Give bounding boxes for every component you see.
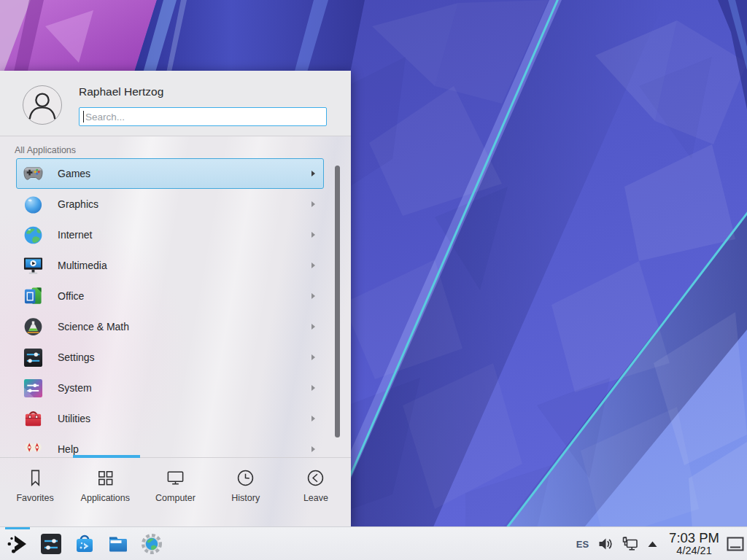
tab-favorites[interactable]: Favorites (0, 458, 70, 526)
tab-history[interactable]: History (211, 458, 281, 526)
system-settings-icon (39, 532, 63, 556)
system-tray: ES 7:03 PM 4/24/21 (576, 527, 719, 560)
submenu-arrow-icon (311, 354, 315, 360)
monitor-icon (166, 468, 185, 488)
menu-item-utilities[interactable]: Utilities (0, 403, 351, 434)
kde-launcher-icon (6, 532, 29, 556)
menu-item-settings[interactable]: Settings (0, 342, 351, 373)
submenu-arrow-icon (311, 416, 315, 421)
search-box[interactable] (79, 107, 327, 126)
menu-item-graphics[interactable]: Graphics (0, 189, 351, 219)
submenu-arrow-icon (311, 293, 315, 299)
tab-label: History (231, 493, 260, 503)
search-input[interactable] (84, 109, 320, 125)
desktop: Raphael Hertzog All Applications (0, 0, 747, 560)
menu-item-science-math[interactable]: Science & Math (0, 311, 351, 342)
tab-computer[interactable]: Computer (140, 458, 210, 526)
clock-time: 7:03 PM (669, 531, 719, 545)
help-lifebuoy-icon (23, 440, 43, 458)
folder-icon (107, 532, 130, 556)
network-icon[interactable] (622, 537, 638, 552)
launcher-tabbar: Favorites Applications Computer (0, 458, 351, 526)
submenu-arrow-icon (311, 446, 315, 452)
settings-sliders-icon (23, 348, 43, 368)
tab-label: Computer (155, 493, 196, 503)
graphics-icon (23, 195, 43, 214)
application-launcher-button[interactable] (6, 532, 29, 556)
discover-icon (73, 532, 96, 556)
system-sliders-icon (23, 378, 43, 398)
discover-launcher[interactable] (73, 532, 96, 556)
user-name: Raphael Hertzog (79, 85, 163, 98)
utilities-toolbox-icon (23, 409, 43, 429)
leave-icon (306, 468, 325, 488)
taskbar: ES 7:03 PM 4/24/21 (0, 526, 747, 560)
menu-item-label: Games (58, 168, 90, 179)
menu-item-label: Settings (58, 351, 95, 363)
submenu-arrow-icon (311, 201, 315, 207)
internet-icon (23, 225, 43, 245)
volume-icon[interactable] (598, 537, 612, 551)
scrollbar-thumb[interactable] (335, 166, 340, 438)
launcher-header: Raphael Hertzog (0, 71, 351, 136)
tab-leave[interactable]: Leave (281, 458, 351, 526)
menu-item-help[interactable]: Help (0, 434, 351, 457)
menu-item-system[interactable]: System (0, 373, 351, 403)
submenu-arrow-icon (311, 385, 315, 391)
grid-icon (96, 468, 115, 488)
menu-item-label: Multimedia (58, 260, 107, 271)
submenu-arrow-icon (311, 324, 315, 330)
system-settings-launcher[interactable] (39, 532, 63, 556)
user-icon (23, 86, 61, 124)
tab-applications[interactable]: Applications (70, 458, 140, 526)
office-icon (23, 287, 43, 306)
science-flask-icon (23, 317, 43, 337)
keyboard-layout-indicator[interactable]: ES (576, 539, 589, 550)
clock-icon (236, 468, 255, 488)
submenu-arrow-icon (311, 171, 315, 176)
menu-item-label: Internet (58, 229, 92, 241)
show-desktop-icon (727, 537, 744, 551)
digital-clock[interactable]: 7:03 PM 4/24/21 (669, 531, 719, 557)
globe-gear-icon (140, 532, 163, 556)
menu-item-multimedia[interactable]: Multimedia (0, 250, 351, 281)
tab-label: Applications (81, 493, 130, 503)
show-desktop-button[interactable] (725, 531, 746, 557)
application-launcher: Raphael Hertzog All Applications (0, 71, 351, 526)
tab-label: Favorites (16, 493, 53, 503)
application-category-list: Games Graphics (0, 158, 351, 457)
games-icon (23, 164, 43, 184)
menu-item-label: Science & Math (58, 321, 129, 332)
menu-item-office[interactable]: Office (0, 281, 351, 311)
clock-date: 4/24/21 (669, 545, 719, 557)
menu-item-label: System (58, 382, 92, 394)
menu-item-label: Help (58, 443, 79, 455)
menu-item-games[interactable]: Games (0, 158, 351, 189)
user-avatar[interactable] (23, 85, 62, 125)
multimedia-icon (23, 256, 43, 276)
dolphin-launcher[interactable] (107, 532, 130, 556)
menu-item-label: Utilities (58, 413, 90, 424)
menu-item-label: Graphics (58, 198, 98, 210)
menu-item-internet[interactable]: Internet (0, 219, 351, 250)
expand-tray-icon[interactable] (648, 541, 657, 548)
section-header: All Applications (15, 145, 76, 155)
submenu-arrow-icon (311, 232, 315, 238)
menu-item-label: Office (58, 290, 84, 302)
launcher-active-indicator (5, 527, 30, 529)
web-browser-launcher[interactable] (140, 532, 163, 556)
submenu-arrow-icon (311, 262, 315, 268)
bookmark-icon (26, 468, 45, 488)
tab-label: Leave (303, 493, 328, 503)
